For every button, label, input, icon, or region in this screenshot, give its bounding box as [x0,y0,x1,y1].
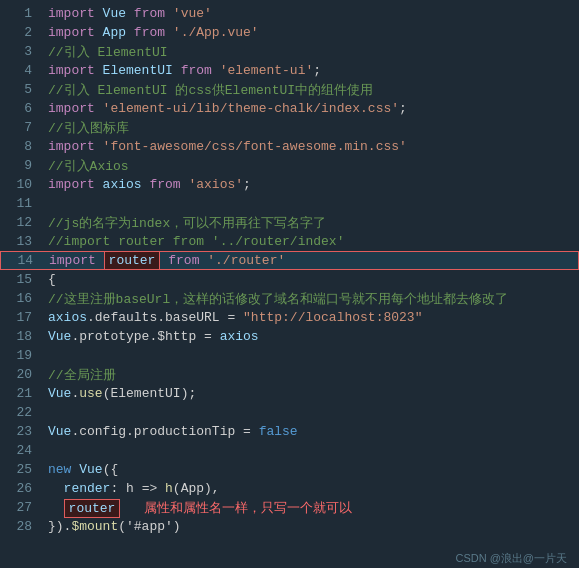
line-content: import axios from 'axios'; [48,177,251,192]
line-content: Vue.config.productionTip = false [48,424,298,439]
line-content: //全局注册 [48,366,116,384]
line-number: 13 [8,234,32,249]
line-number: 20 [8,367,32,382]
code-line: 13//import router from '../router/index' [0,232,579,251]
line-content: //js的名字为index，可以不用再往下写名字了 [48,214,326,232]
router-prop-highlight: router [64,499,121,518]
line-content: Vue.use(ElementUI); [48,386,196,401]
line-number: 9 [8,158,32,173]
code-line: 8import 'font-awesome/css/font-awesome.m… [0,137,579,156]
line-number: 17 [8,310,32,325]
code-line: 4import ElementUI from 'element-ui'; [0,61,579,80]
code-line: 17axios.defaults.baseURL = "http://local… [0,308,579,327]
line-content: axios.defaults.baseURL = "http://localho… [48,310,422,325]
footer-text: CSDN @浪出@一片天 [455,551,567,566]
code-line: 28}).$mount('#app') [0,517,579,536]
line-number: 8 [8,139,32,154]
line-number: 22 [8,405,32,420]
line-content: import Vue from 'vue' [48,6,212,21]
code-line: 24 [0,441,579,460]
line-content: //引入Axios [48,157,129,175]
code-line: 19 [0,346,579,365]
code-line: 20//全局注册 [0,365,579,384]
line-number: 24 [8,443,32,458]
line-number: 10 [8,177,32,192]
code-line: 26 render: h => h(App), [0,479,579,498]
line-number: 28 [8,519,32,534]
line-number: 15 [8,272,32,287]
line-content: //引入 ElementUI [48,43,168,61]
code-line: 27 router 属性和属性名一样，只写一个就可以 [0,498,579,517]
line-content: router 属性和属性名一样，只写一个就可以 [48,499,352,517]
line-number: 27 [8,500,32,515]
line-number: 6 [8,101,32,116]
code-line: 12//js的名字为index，可以不用再往下写名字了 [0,213,579,232]
router-highlight: router [104,251,161,270]
line-content: import ElementUI from 'element-ui'; [48,63,321,78]
code-line: 2import App from './App.vue' [0,23,579,42]
line-number: 23 [8,424,32,439]
line-content: //引入 ElementUI 的css供ElementUI中的组件使用 [48,81,373,99]
line-number: 5 [8,82,32,97]
code-line: 9//引入Axios [0,156,579,175]
line-content: //引入图标库 [48,119,129,137]
code-line: 16//这里注册baseUrl，这样的话修改了域名和端口号就不用每个地址都去修改… [0,289,579,308]
line-number: 1 [8,6,32,21]
line-number: 21 [8,386,32,401]
line-number: 2 [8,25,32,40]
line-number: 25 [8,462,32,477]
code-line: 25new Vue({ [0,460,579,479]
line-number: 26 [8,481,32,496]
code-editor: 1import Vue from 'vue'2import App from '… [0,0,579,548]
code-line: 14import router from './router' [0,251,579,270]
code-line: 10import axios from 'axios'; [0,175,579,194]
line-content: import App from './App.vue' [48,25,259,40]
line-number: 18 [8,329,32,344]
code-line: 1import Vue from 'vue' [0,4,579,23]
line-content: Vue.prototype.$http = axios [48,329,259,344]
line-content: { [48,272,56,287]
line-content: import 'element-ui/lib/theme-chalk/index… [48,101,407,116]
line-content: //import router from '../router/index' [48,234,344,249]
code-line: 21Vue.use(ElementUI); [0,384,579,403]
code-line: 15{ [0,270,579,289]
line-number: 7 [8,120,32,135]
code-line: 7//引入图标库 [0,118,579,137]
code-line: 22 [0,403,579,422]
line-content: new Vue({ [48,462,118,477]
line-number: 12 [8,215,32,230]
line-number: 4 [8,63,32,78]
line-content: import 'font-awesome/css/font-awesome.mi… [48,139,407,154]
line-number: 3 [8,44,32,59]
code-line: 5//引入 ElementUI 的css供ElementUI中的组件使用 [0,80,579,99]
line-number: 19 [8,348,32,363]
line-content: import router from './router' [49,253,285,268]
line-content: //这里注册baseUrl，这样的话修改了域名和端口号就不用每个地址都去修改了 [48,290,508,308]
code-line: 6import 'element-ui/lib/theme-chalk/inde… [0,99,579,118]
code-line: 23Vue.config.productionTip = false [0,422,579,441]
line-number: 11 [8,196,32,211]
code-line: 11 [0,194,579,213]
footer-bar: CSDN @浪出@一片天 [0,548,579,568]
line-content: }).$mount('#app') [48,519,181,534]
line-number: 16 [8,291,32,306]
line-content: render: h => h(App), [48,481,220,496]
line-number: 14 [9,253,33,268]
code-line: 3//引入 ElementUI [0,42,579,61]
code-line: 18Vue.prototype.$http = axios [0,327,579,346]
